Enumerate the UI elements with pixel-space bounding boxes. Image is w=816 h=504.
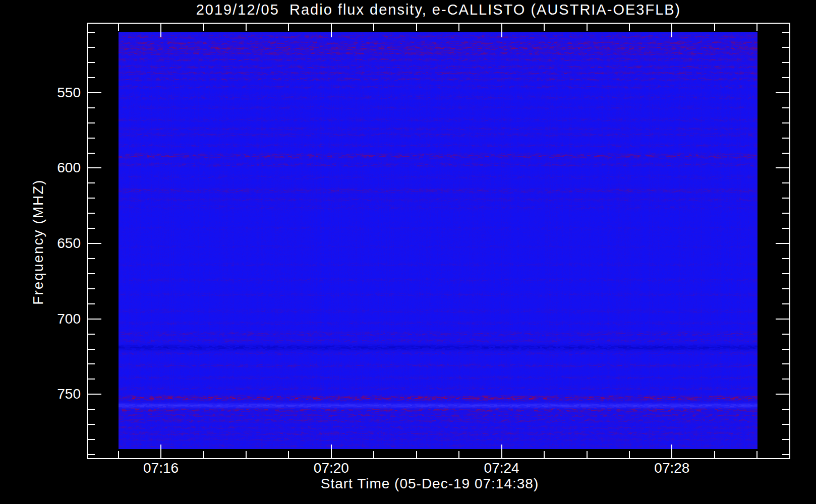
x-major-tick xyxy=(331,24,332,37)
y-minor-tick xyxy=(782,273,789,274)
y-minor-tick xyxy=(782,303,789,304)
y-tick-label: 700 xyxy=(0,310,81,328)
y-minor-tick xyxy=(88,288,95,289)
x-minor-tick xyxy=(373,451,374,458)
x-minor-tick xyxy=(288,24,289,31)
x-tick-label: 07:28 xyxy=(636,460,707,477)
x-tick-label: 07:16 xyxy=(126,460,196,477)
y-minor-tick xyxy=(88,122,95,123)
x-minor-tick xyxy=(458,451,459,458)
y-major-tick xyxy=(776,167,789,168)
x-minor-tick xyxy=(544,451,545,458)
x-major-tick xyxy=(671,445,672,458)
x-minor-tick xyxy=(629,24,630,31)
y-major-tick xyxy=(88,92,101,93)
y-minor-tick xyxy=(782,122,789,123)
x-tick-label: 07:24 xyxy=(467,460,537,477)
x-minor-tick xyxy=(246,24,247,31)
y-minor-tick xyxy=(88,424,95,425)
y-minor-tick xyxy=(782,107,789,108)
y-minor-tick xyxy=(88,107,95,108)
plot-title: 2019/12/05 Radio flux density, e-CALLIST… xyxy=(87,2,790,18)
y-minor-tick xyxy=(782,198,789,199)
y-minor-tick xyxy=(782,409,789,410)
x-tick-label: 07:20 xyxy=(296,460,367,477)
y-tick-label: 600 xyxy=(0,159,81,176)
y-major-tick xyxy=(776,394,789,395)
x-major-tick xyxy=(160,24,161,37)
x-minor-tick xyxy=(118,451,119,458)
y-minor-tick xyxy=(88,439,95,440)
x-major-tick xyxy=(501,24,502,37)
y-minor-tick xyxy=(782,32,789,33)
y-minor-tick xyxy=(782,228,789,229)
y-minor-tick xyxy=(782,424,789,425)
y-tick-label: 550 xyxy=(0,84,81,101)
x-minor-tick xyxy=(587,24,588,31)
y-minor-tick xyxy=(88,228,95,229)
y-minor-tick xyxy=(88,334,95,335)
x-minor-tick xyxy=(714,451,715,458)
y-major-tick xyxy=(776,319,789,320)
y-minor-tick xyxy=(782,258,789,259)
x-minor-tick xyxy=(203,24,204,31)
x-minor-tick xyxy=(756,24,757,31)
x-minor-tick xyxy=(629,451,630,458)
y-minor-tick xyxy=(782,334,789,335)
y-minor-tick xyxy=(88,47,95,48)
y-minor-tick xyxy=(88,303,95,304)
x-minor-tick xyxy=(203,451,204,458)
y-minor-tick xyxy=(88,273,95,274)
y-minor-tick xyxy=(782,138,789,139)
y-major-tick xyxy=(776,243,789,244)
x-minor-tick xyxy=(416,451,417,458)
y-minor-tick xyxy=(88,32,95,33)
x-minor-tick xyxy=(373,24,374,31)
y-minor-tick xyxy=(782,349,789,350)
y-minor-tick xyxy=(88,62,95,63)
y-minor-tick xyxy=(88,213,95,214)
y-major-tick xyxy=(776,92,789,93)
y-minor-tick xyxy=(88,363,95,364)
y-minor-tick xyxy=(88,349,95,350)
y-minor-tick xyxy=(88,379,95,380)
x-minor-tick xyxy=(416,24,417,31)
y-minor-tick xyxy=(782,62,789,63)
y-tick-label: 750 xyxy=(0,386,81,403)
y-minor-tick xyxy=(782,213,789,214)
y-minor-tick xyxy=(88,77,95,78)
y-minor-tick xyxy=(88,138,95,139)
y-minor-tick xyxy=(782,379,789,380)
x-major-tick xyxy=(671,24,672,37)
x-minor-tick xyxy=(288,451,289,458)
y-minor-tick xyxy=(782,288,789,289)
x-axis-label: Start Time (05-Dec-19 07:14:38) xyxy=(87,476,773,492)
x-major-tick xyxy=(331,445,332,458)
y-minor-tick xyxy=(88,409,95,410)
x-minor-tick xyxy=(458,24,459,31)
spectrogram-image xyxy=(119,32,757,449)
y-tick-label: 650 xyxy=(0,235,81,252)
y-minor-tick xyxy=(782,77,789,78)
y-major-tick xyxy=(88,243,101,244)
y-minor-tick xyxy=(88,182,95,183)
spectrogram-plot: 2019/12/05 Radio flux density, e-CALLIST… xyxy=(0,0,816,504)
x-minor-tick xyxy=(544,24,545,31)
x-minor-tick xyxy=(756,451,757,458)
x-minor-tick xyxy=(714,24,715,31)
y-minor-tick xyxy=(782,153,789,154)
y-minor-tick xyxy=(782,363,789,364)
y-minor-tick xyxy=(782,182,789,183)
x-minor-tick xyxy=(246,451,247,458)
y-major-tick xyxy=(88,394,101,395)
x-minor-tick xyxy=(118,24,119,31)
y-minor-tick xyxy=(88,258,95,259)
y-minor-tick xyxy=(782,439,789,440)
y-minor-tick xyxy=(782,454,789,455)
y-minor-tick xyxy=(782,47,789,48)
x-major-tick xyxy=(160,445,161,458)
y-major-tick xyxy=(88,319,101,320)
x-minor-tick xyxy=(587,451,588,458)
y-minor-tick xyxy=(88,153,95,154)
y-major-tick xyxy=(88,167,101,168)
